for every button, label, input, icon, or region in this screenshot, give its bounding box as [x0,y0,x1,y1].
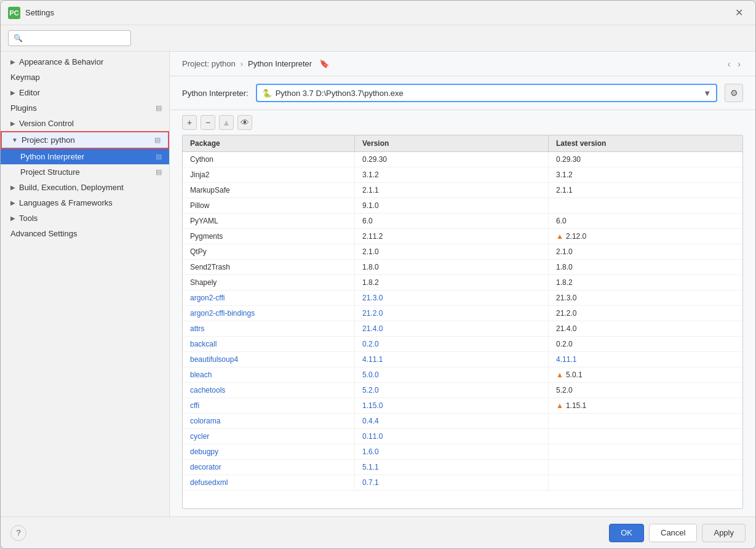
package-name[interactable]: defusedxml [183,475,355,490]
sidebar-item-python-interpreter[interactable]: Python Interpreter▤ [1,149,169,164]
sidebar-item-advanced-settings[interactable]: Advanced Settings [1,226,169,241]
table-row[interactable]: backcall0.2.00.2.0 [183,337,742,352]
interpreter-select[interactable]: 🐍 Python 3.7 D:\Python3.7\python.exe ▼ [256,84,717,102]
package-version: 5.0.0 [355,367,549,382]
table-row[interactable]: defusedxml0.7.1 [183,475,742,491]
page-icon: ▤ [156,153,162,161]
package-version: 4.11.1 [355,352,549,367]
package-latest-version: 2.1.1 [549,183,742,198]
column-header-latest-version: Latest version [549,135,742,151]
package-name[interactable]: decorator [183,460,355,475]
search-input[interactable] [8,30,131,46]
package-name[interactable]: cffi [183,398,355,413]
help-button[interactable]: ? [10,525,26,541]
eye-button[interactable]: 👁 [237,115,252,130]
package-name[interactable]: cycler [183,429,355,444]
add-package-button[interactable]: + [182,115,197,130]
sidebar-item-plugins[interactable]: Plugins▤ [1,100,169,116]
dropdown-arrow-icon: ▼ [703,89,711,98]
footer-buttons: OK Cancel Apply [609,524,746,542]
sidebar-item-project-python[interactable]: ▼Project: python▤ [1,131,169,149]
table-row[interactable]: Pillow9.1.0 [183,198,742,214]
package-name[interactable]: argon2-cffi [183,291,355,305]
table-row[interactable]: decorator5.1.1 [183,460,742,475]
table-row[interactable]: argon2-cffi-bindings21.2.021.2.0 [183,306,742,321]
cancel-button[interactable]: Cancel [649,524,697,542]
sidebar-item-tools[interactable]: ▶Tools [1,210,169,226]
nav-back-button[interactable]: ‹ [725,58,733,70]
table-row[interactable]: MarkupSafe2.1.12.1.1 [183,183,742,198]
ok-button[interactable]: OK [609,524,644,542]
sidebar: ▶Appearance & BehaviorKeymap▶EditorPlugi… [1,52,170,516]
sidebar-item-label: Project: python [22,135,75,145]
table-row[interactable]: cycler0.11.0 [183,429,742,444]
table-row[interactable]: colorama0.4.4 [183,414,742,429]
arrow-icon: ▶ [10,89,15,96]
table-row[interactable]: Shapely1.8.21.8.2 [183,275,742,291]
sidebar-item-label: Languages & Frameworks [19,198,113,207]
nav-forward-button[interactable]: › [735,58,743,70]
package-version: 5.1.1 [355,460,549,475]
package-version: 2.1.0 [355,244,549,259]
sidebar-item-keymap[interactable]: Keymap [1,70,169,85]
sidebar-item-appearance[interactable]: ▶Appearance & Behavior [1,54,169,70]
app-icon: PC [8,7,20,19]
page-icon: ▤ [154,136,161,144]
sidebar-item-languages-frameworks[interactable]: ▶Languages & Frameworks [1,195,169,210]
arrow-icon: ▶ [10,120,15,127]
package-name[interactable]: debugpy [183,444,355,459]
right-panel: Project: python › Python Interpreter 🔖 ‹… [170,52,755,516]
package-name[interactable]: backcall [183,337,355,351]
table-row[interactable]: cachetools5.2.05.2.0 [183,383,742,398]
gear-button[interactable]: ⚙ [725,84,743,102]
close-button[interactable]: ✕ [730,4,748,21]
page-icon: ▤ [156,168,162,176]
interpreter-label: Python Interpreter: [182,89,249,98]
python-icon: 🐍 [262,88,272,98]
search-bar [1,25,755,52]
table-row[interactable]: Send2Trash1.8.01.8.0 [183,260,742,275]
sidebar-item-label: Version Control [19,119,74,128]
package-version: 21.2.0 [355,306,549,321]
upgrade-arrow-icon: ▲ [556,371,563,379]
package-version: 0.4.4 [355,414,549,428]
package-name[interactable]: bleach [183,367,355,382]
table-row[interactable]: debugpy1.6.0 [183,444,742,460]
table-row[interactable]: cffi1.15.0▲1.15.1 [183,398,742,414]
table-row[interactable]: Cython0.29.300.29.30 [183,152,742,167]
package-latest-version: 1.8.2 [549,275,742,290]
sidebar-item-label: Project Structure [20,167,80,177]
table-row[interactable]: argon2-cffi21.3.021.3.0 [183,291,742,306]
sidebar-item-label: Tools [19,214,38,223]
sidebar-item-editor[interactable]: ▶Editor [1,85,169,100]
apply-button[interactable]: Apply [702,524,746,542]
package-table: PackageVersionLatest version Cython0.29.… [182,135,743,509]
remove-package-button[interactable]: − [201,115,215,130]
package-latest-version: 5.2.0 [549,383,742,398]
package-latest-version [549,429,742,444]
sidebar-item-build-execution[interactable]: ▶Build, Execution, Deployment [1,180,169,195]
table-row[interactable]: beautifulsoup44.11.14.11.1 [183,352,742,367]
package-version: 1.8.2 [355,275,549,290]
table-row[interactable]: Jinja23.1.23.1.2 [183,167,742,183]
package-name: Pygments [183,229,355,244]
sidebar-item-label: Plugins [10,103,37,113]
package-name[interactable]: attrs [183,321,355,336]
package-version: 21.4.0 [355,321,549,336]
table-row[interactable]: QtPy2.1.02.1.0 [183,244,742,260]
table-row[interactable]: attrs21.4.021.4.0 [183,321,742,337]
package-version: 1.15.0 [355,398,549,413]
upgrade-arrow-icon: ▲ [556,401,563,410]
bookmark-icon[interactable]: 🔖 [319,59,329,68]
table-row[interactable]: PyYAML6.06.0 [183,214,742,229]
sidebar-item-version-control[interactable]: ▶Version Control [1,116,169,131]
arrow-icon: ▶ [10,58,15,65]
package-name[interactable]: colorama [183,414,355,428]
up-button[interactable]: ▲ [219,115,234,130]
package-name[interactable]: beautifulsoup4 [183,352,355,367]
package-name[interactable]: argon2-cffi-bindings [183,306,355,321]
table-row[interactable]: bleach5.0.0▲5.0.1 [183,367,742,383]
table-row[interactable]: Pygments2.11.2▲2.12.0 [183,229,742,244]
sidebar-item-project-structure[interactable]: Project Structure▤ [1,164,169,180]
package-name[interactable]: cachetools [183,383,355,398]
